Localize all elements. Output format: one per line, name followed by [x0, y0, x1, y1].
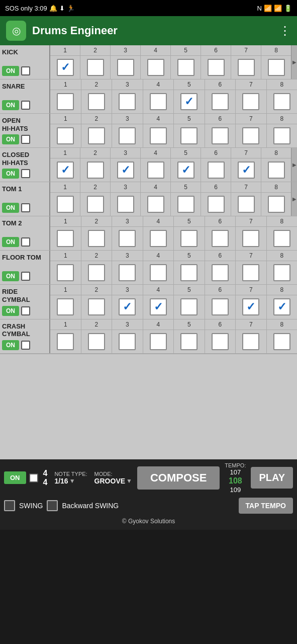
beat-cell-5-2[interactable] [119, 230, 136, 247]
menu-button[interactable]: ⋮ [279, 24, 291, 38]
beat-cell-3-1[interactable] [87, 162, 104, 179]
beat-cell-5-4[interactable] [180, 230, 197, 247]
row-checkbox-7[interactable] [21, 306, 30, 315]
beat-cell-2-3[interactable] [150, 127, 167, 144]
beat-cell-0-0[interactable] [57, 59, 74, 76]
beat-cell-1-2[interactable] [119, 93, 136, 110]
beat-cell-5-7[interactable] [273, 230, 290, 247]
on-button-1[interactable]: ON [2, 100, 19, 110]
beat-cell-0-6[interactable] [238, 59, 255, 76]
beat-cell-3-6[interactable] [238, 162, 255, 179]
row-checkbox-4[interactable] [21, 203, 30, 212]
beat-cell-8-6[interactable] [242, 333, 259, 350]
on-button-0[interactable]: ON [2, 66, 19, 76]
beat-cell-8-7[interactable] [273, 333, 290, 350]
row-checkbox-6[interactable] [21, 272, 30, 281]
beat-cell-6-2[interactable] [119, 264, 136, 281]
on-button-3[interactable]: ON [2, 169, 19, 179]
beat-cell-7-7[interactable] [273, 298, 290, 315]
beat-cell-0-5[interactable] [208, 59, 225, 76]
beat-cell-3-3[interactable] [147, 162, 164, 179]
beat-cell-3-0[interactable] [57, 162, 74, 179]
beat-cell-0-7[interactable] [268, 59, 285, 76]
beat-cell-7-3[interactable] [150, 298, 167, 315]
row-checkbox-3[interactable] [21, 169, 30, 178]
beat-cell-4-6[interactable] [238, 196, 255, 213]
scroll-indicator-4[interactable]: ▶ [291, 182, 297, 216]
beat-cell-4-2[interactable] [117, 196, 134, 213]
beat-cell-6-3[interactable] [150, 264, 167, 281]
beat-cell-5-1[interactable] [88, 230, 105, 247]
beat-cell-5-3[interactable] [150, 230, 167, 247]
beat-cell-1-7[interactable] [273, 93, 290, 110]
back-swing-checkbox[interactable] [47, 500, 58, 511]
beat-cell-3-4[interactable] [177, 162, 194, 179]
beat-cell-4-4[interactable] [177, 196, 194, 213]
beat-cell-2-2[interactable] [119, 127, 136, 144]
beat-cell-1-5[interactable] [212, 93, 229, 110]
scroll-indicator-3[interactable]: ▶ [291, 148, 297, 182]
beat-cell-1-1[interactable] [88, 93, 105, 110]
play-button[interactable]: PLAY [251, 467, 293, 489]
beat-cell-2-4[interactable] [180, 127, 197, 144]
beat-cell-6-5[interactable] [212, 264, 229, 281]
on-button-8[interactable]: ON [2, 340, 19, 350]
beat-cell-0-3[interactable] [147, 59, 164, 76]
beat-cell-4-5[interactable] [208, 196, 225, 213]
beat-cell-7-2[interactable] [119, 298, 136, 315]
on-button-5[interactable]: ON [2, 237, 19, 247]
beat-cell-8-1[interactable] [88, 333, 105, 350]
beat-cell-7-1[interactable] [88, 298, 105, 315]
beat-cell-7-4[interactable] [180, 298, 197, 315]
master-on-button[interactable]: ON [4, 471, 26, 484]
row-checkbox-1[interactable] [21, 101, 30, 110]
beat-cell-6-0[interactable] [57, 264, 74, 281]
beat-cell-8-3[interactable] [150, 333, 167, 350]
beat-cell-5-6[interactable] [242, 230, 259, 247]
on-button-4[interactable]: ON [2, 203, 19, 213]
master-checkbox[interactable] [29, 473, 38, 482]
row-checkbox-5[interactable] [21, 237, 30, 247]
row-checkbox-2[interactable] [21, 135, 30, 144]
row-checkbox-0[interactable] [21, 66, 30, 75]
compose-button[interactable]: COMPOSE [137, 466, 220, 490]
beat-cell-1-6[interactable] [242, 93, 259, 110]
beat-cell-7-6[interactable] [242, 298, 259, 315]
beat-cell-4-0[interactable] [57, 196, 74, 213]
beat-cell-8-2[interactable] [119, 333, 136, 350]
on-button-6[interactable]: ON [2, 271, 19, 281]
beat-cell-3-2[interactable] [117, 162, 134, 179]
on-button-7[interactable]: ON [2, 306, 19, 316]
beat-cell-2-1[interactable] [88, 127, 105, 144]
beat-cell-0-2[interactable] [117, 59, 134, 76]
mode-selector[interactable]: GROOVE ▼ [94, 477, 132, 485]
beat-cell-3-5[interactable] [208, 162, 225, 179]
beat-cell-2-6[interactable] [242, 127, 259, 144]
beat-cell-6-4[interactable] [180, 264, 197, 281]
beat-cell-1-0[interactable] [57, 93, 74, 110]
beat-cell-4-3[interactable] [147, 196, 164, 213]
beat-cell-1-4[interactable] [180, 93, 197, 110]
beat-cell-3-7[interactable] [268, 162, 285, 179]
beat-cell-6-1[interactable] [88, 264, 105, 281]
beat-cell-8-5[interactable] [212, 333, 229, 350]
beat-cell-6-7[interactable] [273, 264, 290, 281]
beat-cell-4-1[interactable] [87, 196, 104, 213]
note-type-selector[interactable]: 1/16 ▼ [54, 477, 75, 485]
beat-cell-6-6[interactable] [242, 264, 259, 281]
row-checkbox-8[interactable] [21, 341, 30, 350]
beat-cell-2-5[interactable] [212, 127, 229, 144]
beat-cell-2-7[interactable] [273, 127, 290, 144]
tap-tempo-button[interactable]: TAP TEMPO [239, 498, 293, 514]
scroll-indicator-0[interactable]: ▶ [291, 45, 297, 79]
beat-cell-0-1[interactable] [87, 59, 104, 76]
beat-cell-4-7[interactable] [268, 196, 285, 213]
beat-cell-2-0[interactable] [57, 127, 74, 144]
beat-cell-5-5[interactable] [212, 230, 229, 247]
swing-checkbox[interactable] [4, 500, 15, 511]
beat-cell-5-0[interactable] [57, 230, 74, 247]
on-button-2[interactable]: ON [2, 134, 19, 144]
beat-cell-8-4[interactable] [180, 333, 197, 350]
beat-cell-8-0[interactable] [57, 333, 74, 350]
beat-cell-7-0[interactable] [57, 298, 74, 315]
